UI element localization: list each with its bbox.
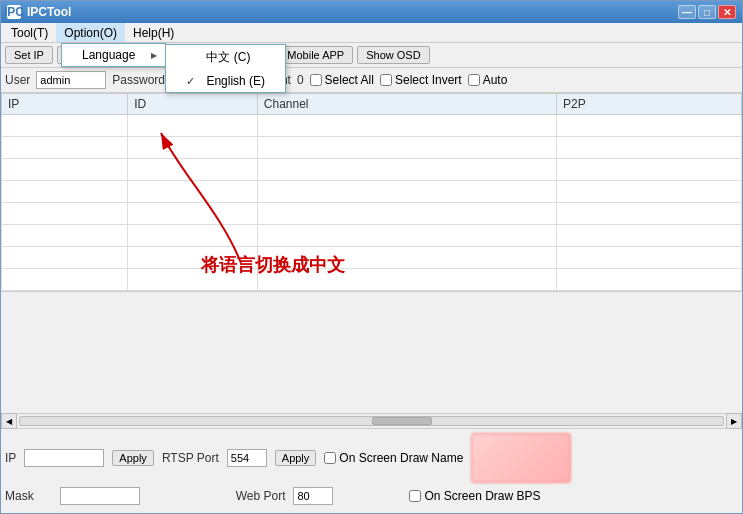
empty-row-5 (2, 203, 742, 225)
main-window: IPC IPCTool — □ ✕ Tool(T) Option(O) Help… (0, 0, 743, 514)
menu-help[interactable]: Help(H) (125, 23, 182, 42)
app-icon: IPC (7, 5, 21, 19)
bottom-row-2: Mask Web Port On Screen Draw BPS (5, 487, 738, 505)
chinese-option[interactable]: 中文 (C) (166, 45, 285, 70)
maximize-button[interactable]: □ (698, 5, 716, 19)
chinese-check (186, 52, 200, 64)
menu-bar: Tool(T) Option(O) Help(H) Language 中文 (C… (1, 23, 742, 43)
horizontal-scrollbar[interactable]: ◀ ▶ (1, 413, 742, 429)
col-ip: IP (2, 94, 128, 115)
rtsp-port-input[interactable] (227, 449, 267, 467)
empty-row-1 (2, 115, 742, 137)
english-check: ✓ (186, 75, 200, 88)
mobile-app-button[interactable]: Mobile APP (278, 46, 353, 64)
title-bar: IPC IPCTool — □ ✕ (1, 1, 742, 23)
table-wrapper: IP ID Channel P2P (1, 93, 742, 413)
language-menu-item[interactable]: Language (62, 44, 165, 66)
col-channel: Channel (257, 94, 556, 115)
col-id: ID (128, 94, 258, 115)
empty-row-7 (2, 247, 742, 269)
user-label: User (5, 73, 30, 87)
mask-input[interactable] (60, 487, 140, 505)
english-option[interactable]: ✓ English (E) (166, 70, 285, 92)
menu-tool[interactable]: Tool(T) (3, 23, 56, 42)
auto-label[interactable]: Auto (468, 73, 508, 87)
show-osd-button[interactable]: Show OSD (357, 46, 429, 64)
select-invert-checkbox[interactable] (380, 74, 392, 86)
option-dropdown: Language 中文 (C) ✓ English (E) (61, 43, 166, 67)
table-container[interactable]: IP ID Channel P2P (1, 93, 742, 292)
col-p2p: P2P (556, 94, 741, 115)
scroll-track[interactable] (19, 416, 724, 426)
device-table: IP ID Channel P2P (1, 93, 742, 291)
english-label: English (E) (206, 74, 265, 88)
empty-row-4 (2, 181, 742, 203)
scroll-right-arrow[interactable]: ▶ (726, 413, 742, 429)
device-count-value: 0 (297, 73, 304, 87)
user-input[interactable] (36, 71, 106, 89)
on-screen-draw-bps-checkbox[interactable] (409, 490, 421, 502)
title-buttons: — □ ✕ (678, 5, 736, 19)
on-screen-draw-bps-label[interactable]: On Screen Draw BPS (409, 489, 540, 503)
empty-row-8 (2, 269, 742, 291)
menu-option[interactable]: Option(O) (56, 23, 125, 42)
ip-apply-button[interactable]: Apply (112, 450, 154, 466)
window-title: IPCTool (27, 5, 71, 19)
web-port-input[interactable] (293, 487, 333, 505)
empty-row-3 (2, 159, 742, 181)
password-label: Password (112, 73, 165, 87)
select-all-label[interactable]: Select All (310, 73, 374, 87)
set-ip-button[interactable]: Set IP (5, 46, 53, 64)
title-bar-left: IPC IPCTool (7, 5, 71, 19)
on-screen-draw-name-checkbox[interactable] (324, 452, 336, 464)
empty-row-6 (2, 225, 742, 247)
web-port-label: Web Port (236, 489, 286, 503)
ip-label: IP (5, 451, 16, 465)
language-submenu: 中文 (C) ✓ English (E) (165, 44, 286, 93)
mask-label: Mask (5, 489, 34, 503)
chinese-label: 中文 (C) (206, 49, 250, 66)
select-invert-label[interactable]: Select Invert (380, 73, 462, 87)
language-label: Language (82, 48, 135, 62)
bottom-row-1: IP Apply RTSP Port Apply On Screen Draw … (5, 433, 738, 483)
rtsp-port-label: RTSP Port (162, 451, 219, 465)
main-content: IP ID Channel P2P (1, 93, 742, 513)
on-screen-draw-name-label[interactable]: On Screen Draw Name (324, 451, 463, 465)
scroll-left-arrow[interactable]: ◀ (1, 413, 17, 429)
ip-input[interactable] (24, 449, 104, 467)
empty-row-2 (2, 137, 742, 159)
rtsp-apply-button[interactable]: Apply (275, 450, 317, 466)
auto-checkbox[interactable] (468, 74, 480, 86)
bottom-panel: IP Apply RTSP Port Apply On Screen Draw … (1, 429, 742, 513)
blurred-preview (471, 433, 571, 483)
scroll-thumb[interactable] (372, 417, 432, 425)
user-row: User Password ●●●● Device Count 0 Select… (1, 68, 742, 93)
minimize-button[interactable]: — (678, 5, 696, 19)
select-all-checkbox[interactable] (310, 74, 322, 86)
close-button[interactable]: ✕ (718, 5, 736, 19)
